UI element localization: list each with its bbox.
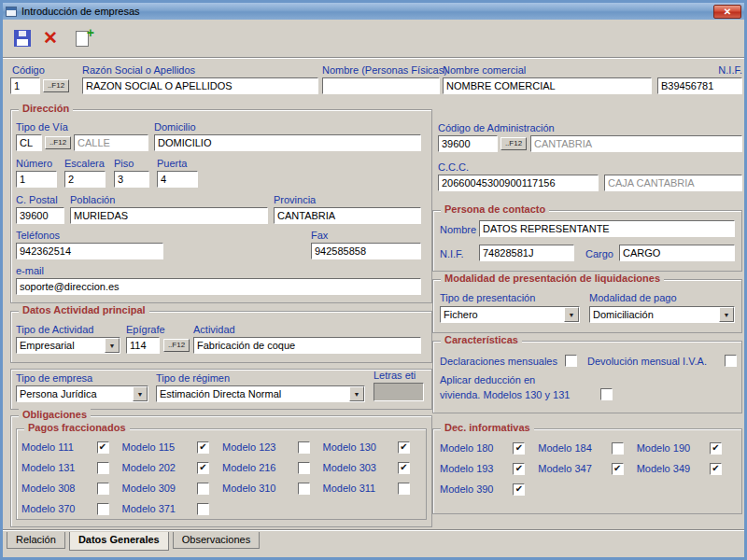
tipo-presentacion-select[interactable]: Fichero ▼ (440, 306, 580, 323)
codigo-input[interactable] (10, 77, 40, 94)
close-button[interactable]: ✕ (713, 5, 741, 19)
modelo-checkbox[interactable] (298, 462, 310, 474)
cpostal-input[interactable] (16, 207, 64, 224)
modelo-checkbox[interactable] (612, 442, 624, 455)
devolucion-mensual-checkbox[interactable] (725, 355, 737, 367)
modelo-checkbox[interactable] (513, 483, 525, 496)
modelo-checkbox[interactable] (197, 503, 209, 515)
modelo-checkbox[interactable] (513, 442, 525, 455)
modelo-checkbox[interactable] (298, 483, 310, 495)
tipo-via-f12-button[interactable]: ..F12 (45, 136, 71, 149)
domicilio-input[interactable] (154, 134, 421, 151)
ccc-input[interactable] (438, 175, 599, 191)
modelo-item: Modelo 180 (440, 441, 538, 455)
persona-contacto-group: Persona de contacto (432, 210, 742, 272)
dec-informativas-title: Dec. informativas (441, 422, 534, 433)
provincia-label: Provincia (274, 194, 316, 205)
modelo-item: Modelo 308 (21, 482, 122, 495)
modelo-checkbox[interactable] (398, 462, 410, 474)
contacto-cargo-input[interactable] (619, 245, 735, 261)
tipo-empresa-select[interactable]: Persona Jurídica ▼ (16, 385, 148, 402)
nombre-comercial-input[interactable] (443, 77, 652, 94)
modalidad-pago-select[interactable]: Domiciliación ▼ (589, 306, 735, 323)
tipo-regimen-select[interactable]: Estimación Directa Normal ▼ (156, 385, 365, 402)
modelo-checkbox[interactable] (612, 463, 624, 475)
modelo-checkbox[interactable] (197, 441, 209, 454)
contacto-nombre-input[interactable] (479, 220, 735, 237)
chevron-down-icon[interactable]: ▼ (564, 307, 579, 322)
tab-datos-generales[interactable]: Datos Generales (69, 532, 169, 551)
dec-informativas-grid: Modelo 180Modelo 184Modelo 190Modelo 193… (440, 441, 735, 496)
nombre-fisicas-label: Nombre (Personas Físicas) (322, 64, 447, 76)
modelo-checkbox[interactable] (97, 441, 109, 454)
chevron-down-icon[interactable]: ▼ (719, 307, 734, 322)
deduccion-vivienda-checkbox[interactable] (600, 388, 613, 400)
modelo-item: Modelo 371 (122, 502, 223, 515)
contacto-nif-input[interactable] (479, 245, 574, 261)
piso-input[interactable] (114, 171, 149, 188)
tab-relacion[interactable]: Relación (7, 532, 65, 549)
modelo-label: Modelo 193 (440, 463, 494, 474)
modelo-label: Modelo 123 (222, 441, 276, 453)
modelo-checkbox[interactable] (197, 462, 209, 474)
declaraciones-mensuales-checkbox[interactable] (565, 355, 577, 367)
modelo-checkbox[interactable] (298, 441, 310, 454)
codigo-admin-input[interactable] (438, 135, 498, 152)
chevron-down-icon[interactable]: ▼ (349, 386, 364, 401)
pagos-fraccionados-title: Pagos fraccionados (24, 422, 130, 433)
provincia-input[interactable] (274, 207, 421, 224)
new-button[interactable] (70, 26, 94, 50)
razon-social-label: Razón Social o Apellidos (82, 64, 195, 76)
tab-observaciones[interactable]: Observaciones (173, 532, 260, 549)
save-button[interactable] (10, 26, 35, 50)
modelo-checkbox[interactable] (97, 503, 109, 515)
modelo-checkbox[interactable] (97, 462, 109, 474)
delete-button[interactable]: ✕ (38, 26, 63, 50)
tipo-presentacion-label: Tipo de presentación (440, 292, 535, 303)
modelo-item: Modelo 370 (21, 502, 122, 515)
modelo-item: Modelo 130 (323, 441, 424, 454)
modelo-label: Modelo 390 (440, 483, 494, 495)
numero-input[interactable] (16, 171, 57, 188)
tipo-empresa-value: Persona Jurídica (17, 388, 133, 399)
delete-icon: ✕ (43, 30, 58, 47)
fax-input[interactable] (311, 243, 421, 259)
chevron-down-icon[interactable]: ▼ (105, 338, 120, 353)
nif-input[interactable] (657, 77, 742, 94)
modelo-checkbox[interactable] (97, 483, 109, 495)
tab-bar: Relación Datos Generales Observaciones (7, 532, 261, 551)
epigrafe-label: Epígrafe (126, 324, 165, 335)
codigo-f12-button[interactable]: ..F12 (43, 79, 69, 92)
modelo-item: Modelo 184 (538, 441, 636, 455)
modelo-item: Modelo 193 (440, 462, 538, 475)
epigrafe-input[interactable] (126, 337, 160, 354)
modelo-checkbox[interactable] (398, 441, 410, 454)
contacto-nombre-label: Nombre (440, 224, 476, 235)
razon-social-input[interactable] (82, 77, 318, 94)
codigo-admin-desc (530, 135, 742, 152)
actividad-input[interactable] (193, 337, 421, 354)
chevron-down-icon[interactable]: ▼ (133, 386, 148, 401)
cpostal-label: C. Postal (16, 194, 58, 205)
puerta-input[interactable] (157, 171, 198, 188)
codigo-admin-f12-button[interactable]: ..F12 (500, 137, 527, 150)
tipo-actividad-select[interactable]: Empresarial ▼ (16, 337, 120, 354)
epigrafe-f12-button[interactable]: ..F12 (163, 339, 190, 352)
tipo-via-input[interactable] (16, 134, 42, 151)
modelo-checkbox[interactable] (513, 463, 525, 475)
telefonos-input[interactable] (16, 243, 163, 259)
modalidad-group-title: Modalidad de presentación de liquidacion… (441, 273, 664, 284)
modelo-checkbox[interactable] (710, 463, 722, 475)
modelo-checkbox[interactable] (398, 483, 410, 495)
modelo-checkbox[interactable] (197, 483, 209, 495)
modelo-label: Modelo 349 (637, 463, 691, 474)
modelo-checkbox[interactable] (710, 442, 722, 455)
tipo-actividad-label: Tipo de Actividad (16, 324, 93, 335)
codigo-label: Código (12, 64, 45, 76)
tipo-actividad-value: Empresarial (17, 340, 105, 351)
escalera-input[interactable] (64, 171, 106, 188)
modelo-item: Modelo 123 (222, 441, 323, 454)
email-input[interactable] (16, 278, 421, 295)
poblacion-input[interactable] (70, 207, 268, 224)
nombre-fisicas-input[interactable] (322, 77, 440, 94)
